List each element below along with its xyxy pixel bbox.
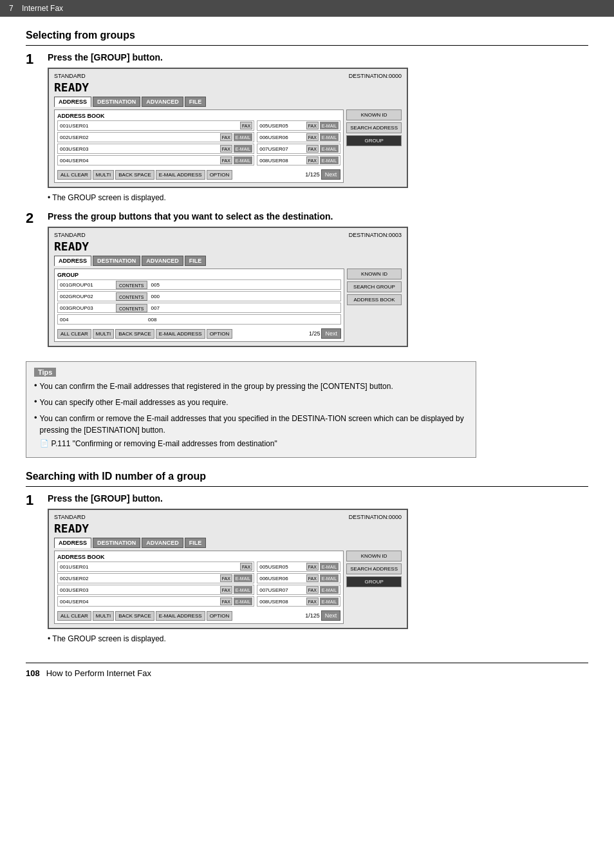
fax-group-row-1: 001GROUP01 CONTENTS 005: [57, 279, 341, 290]
fax-tab-address-2[interactable]: ADDRESS: [54, 256, 91, 266]
tips-text-1: You can confirm the E-mail addresses tha…: [40, 381, 393, 392]
fax-sidebar-group-3[interactable]: GROUP: [346, 576, 402, 587]
fax-bottom-2: ALL CLEAR MULTI BACK SPACE E-MAIL ADDRES…: [57, 328, 341, 339]
fax-tab-adv-2[interactable]: ADVANCED: [142, 256, 183, 266]
fax-tab-adv-1[interactable]: ADVANCED: [142, 97, 183, 107]
step1-s2-content: Press the [GROUP] button. STANDARD DESTI…: [48, 493, 588, 643]
fax-tag-fax-1-3: FAX: [220, 145, 232, 153]
tips-ref-text: P.111 "Confirming or removing E-mail add…: [51, 438, 277, 449]
fax-btn-option-2[interactable]: OPTION: [207, 329, 233, 339]
fax-main-2: GROUP 001GROUP01 CONTENTS 005 00: [54, 269, 344, 342]
fax-row-label-1-3: 003USER03: [58, 146, 220, 152]
fax-sidebar-search-3[interactable]: SEARCH ADDRESS: [346, 563, 402, 574]
fax-tab-dest-3[interactable]: DESTINATION: [93, 538, 140, 548]
fax-group-count-4: 008: [116, 317, 156, 323]
fax-two-col-2: 001GROUP01 CONTENTS 005 002GROUP02 CONTE…: [57, 279, 341, 326]
fax-btn-email-3[interactable]: E-MAIL ADDRESS: [156, 611, 205, 621]
fax-header-2: STANDARD DESTINATION:0003: [54, 232, 402, 238]
fax-left-col-3: 001USER01 FAX 002USER02 FAX E-MAIL 003US…: [57, 561, 254, 608]
fax-btn-option-3[interactable]: OPTION: [207, 611, 233, 621]
fax-tag-fax-1-4: FAX: [220, 156, 232, 164]
step2-number: 2: [26, 211, 40, 225]
step1-s2-container: 1 Press the [GROUP] button. STANDARD DES…: [26, 493, 588, 643]
fax-sidebar-group-1[interactable]: GROUP: [346, 135, 402, 146]
fax-sidebar-knownid-3[interactable]: KNOWN ID: [346, 551, 402, 561]
fax-bottom-3: ALL CLEAR MULTI BACK SPACE E-MAIL ADDRES…: [57, 610, 340, 621]
fax-next-1[interactable]: Next: [321, 169, 341, 180]
fax-row-r-3-2: 006USER06 FAX E-MAIL: [257, 573, 340, 583]
fax-contents-btn-2[interactable]: CONTENTS: [116, 292, 147, 301]
fax-right-col-1: 005USER05 FAX E-MAIL 006USER06 FAX E-MAI…: [257, 120, 340, 167]
tips-bullet-3: •: [34, 413, 37, 422]
step2-container: 2 Press the group buttons that you want …: [26, 211, 588, 352]
footer-text: How to Perform Internet Fax: [46, 668, 151, 678]
fax-row-1-2: 002USER02 FAX E-MAIL: [57, 132, 254, 142]
fax-btn-allclear-3[interactable]: ALL CLEAR: [57, 611, 91, 621]
step2-instruction: Press the group buttons that you want to…: [48, 211, 588, 222]
fax-tabs-3: ADDRESS DESTINATION ADVANCED FILE: [54, 538, 402, 548]
fax-btn-allclear-1[interactable]: ALL CLEAR: [57, 170, 91, 180]
fax-row-1-1: 001USER01 FAX: [57, 120, 254, 131]
fax-row-label-3-3: 003USER03: [58, 587, 220, 593]
fax-btn-email-1[interactable]: E-MAIL ADDRESS: [156, 170, 205, 180]
fax-btn-allclear-2[interactable]: ALL CLEAR: [57, 329, 91, 339]
fax-tab-dest-1[interactable]: DESTINATION: [93, 97, 140, 107]
fax-section-label-1: ADDRESS BOOK: [57, 113, 340, 119]
fax-row-label-3-2: 002USER02: [58, 576, 220, 581]
fax-left-col-2: 001GROUP01 CONTENTS 005 002GROUP02 CONTE…: [57, 279, 341, 326]
fax-tab-dest-2[interactable]: DESTINATION: [93, 256, 140, 266]
fax-row-1-3: 003USER03 FAX E-MAIL: [57, 144, 254, 154]
fax-contents-btn-3[interactable]: CONTENTS: [116, 304, 147, 312]
fax-header-1: STANDARD DESTINATION:0000: [54, 73, 402, 79]
fax-screen-2: STANDARD DESTINATION:0003 READY ADDRESS …: [48, 227, 408, 347]
fax-body-2: GROUP 001GROUP01 CONTENTS 005 00: [54, 269, 402, 342]
fax-row-label-r-1-3: 007USER07: [257, 146, 306, 152]
fax-right-col-3: 005USER05 FAX E-MAIL 006USER06 FAX E-MAI…: [257, 561, 340, 608]
fax-tab-file-2[interactable]: FILE: [185, 256, 207, 266]
fax-row-label-r-1-1: 005USER05: [257, 123, 306, 129]
fax-row-label-1-1: 001USER01: [58, 123, 240, 129]
fax-main-1: ADDRESS BOOK 001USER01 FAX 002USER02 FAX: [54, 109, 344, 183]
tips-item-1: • You can confirm the E-mail addresses t…: [34, 381, 468, 394]
fax-page-2: 1/25: [309, 330, 321, 337]
fax-row-label-r-1-4: 008USER08: [257, 158, 306, 164]
fax-tag-fax-3-4: FAX: [220, 598, 232, 605]
fax-btn-option-1[interactable]: OPTION: [207, 170, 233, 180]
fax-sidebar-addrbook-2[interactable]: ADDRESS BOOK: [347, 294, 402, 305]
fax-tag-email-r-1-3: E-MAIL: [320, 145, 339, 153]
fax-tab-address-3[interactable]: ADDRESS: [54, 538, 91, 548]
fax-ready-3: READY: [54, 522, 402, 535]
fax-tag-fax-r-1-2: FAX: [306, 133, 319, 141]
step1-content: Press the [GROUP] button. STANDARD DESTI…: [48, 52, 588, 202]
fax-tab-file-1[interactable]: FILE: [185, 97, 207, 107]
tips-item-2: • You can specify other E-mail addresses…: [34, 397, 468, 410]
fax-btn-email-2[interactable]: E-MAIL ADDRESS: [156, 329, 205, 339]
fax-row-r-1-4: 008USER08 FAX E-MAIL: [257, 155, 340, 165]
fax-btn-multi-1[interactable]: MULTI: [93, 170, 114, 180]
fax-btn-backspace-3[interactable]: BACK SPACE: [115, 611, 154, 621]
fax-btn-backspace-2[interactable]: BACK SPACE: [115, 329, 154, 339]
fax-sidebar-2: KNOWN ID SEARCH GROUP ADDRESS BOOK: [347, 269, 402, 342]
fax-group-label-2: 002GROUP02: [58, 294, 116, 299]
fax-contents-btn-1[interactable]: CONTENTS: [116, 281, 147, 289]
fax-next-3[interactable]: Next: [321, 610, 341, 621]
fax-btn-backspace-1[interactable]: BACK SPACE: [115, 170, 154, 180]
fax-row-label-1-4: 004USER04: [58, 158, 220, 164]
fax-group-count-1: 005: [149, 282, 175, 288]
fax-sidebar-searchgroup-2[interactable]: SEARCH GROUP: [347, 281, 402, 292]
fax-sidebar-knownid-2[interactable]: KNOWN ID: [347, 269, 402, 279]
fax-body-1: ADDRESS BOOK 001USER01 FAX 002USER02 FAX: [54, 109, 402, 183]
fax-dest-3: DESTINATION:0000: [349, 514, 402, 520]
fax-btn-multi-3[interactable]: MULTI: [93, 611, 114, 621]
fax-tab-file-3[interactable]: FILE: [185, 538, 207, 548]
tips-text-3: You can confirm or remove the E-mail add…: [40, 413, 468, 436]
fax-sidebar-knownid-1[interactable]: KNOWN ID: [346, 109, 402, 120]
fax-next-2[interactable]: Next: [321, 328, 341, 339]
fax-tag-email-r-3-2: E-MAIL: [320, 574, 339, 582]
fax-btn-multi-2[interactable]: MULTI: [93, 329, 114, 339]
fax-header-3: STANDARD DESTINATION:0000: [54, 514, 402, 520]
fax-tab-adv-3[interactable]: ADVANCED: [142, 538, 183, 548]
fax-tab-address-1[interactable]: ADDRESS: [54, 97, 91, 107]
fax-sidebar-search-1[interactable]: SEARCH ADDRESS: [346, 122, 402, 133]
fax-tabs-2: ADDRESS DESTINATION ADVANCED FILE: [54, 256, 402, 266]
